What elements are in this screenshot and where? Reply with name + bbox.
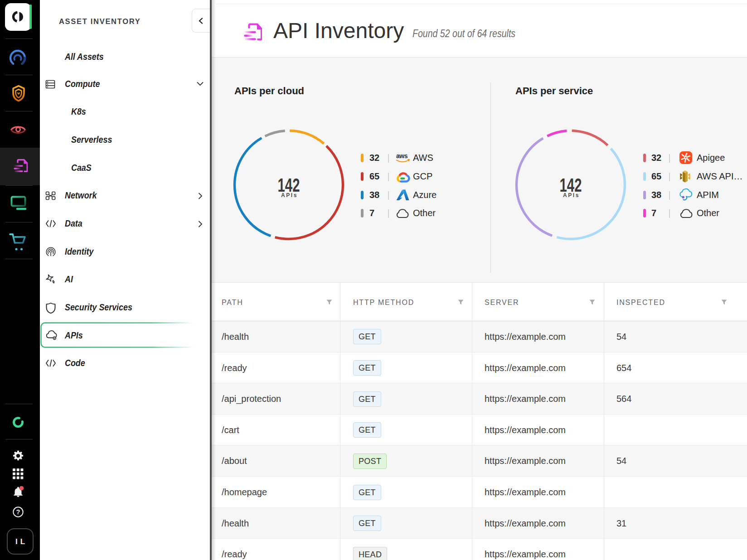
svg-text:aws: aws xyxy=(396,152,408,159)
svg-text:?: ? xyxy=(16,508,20,516)
